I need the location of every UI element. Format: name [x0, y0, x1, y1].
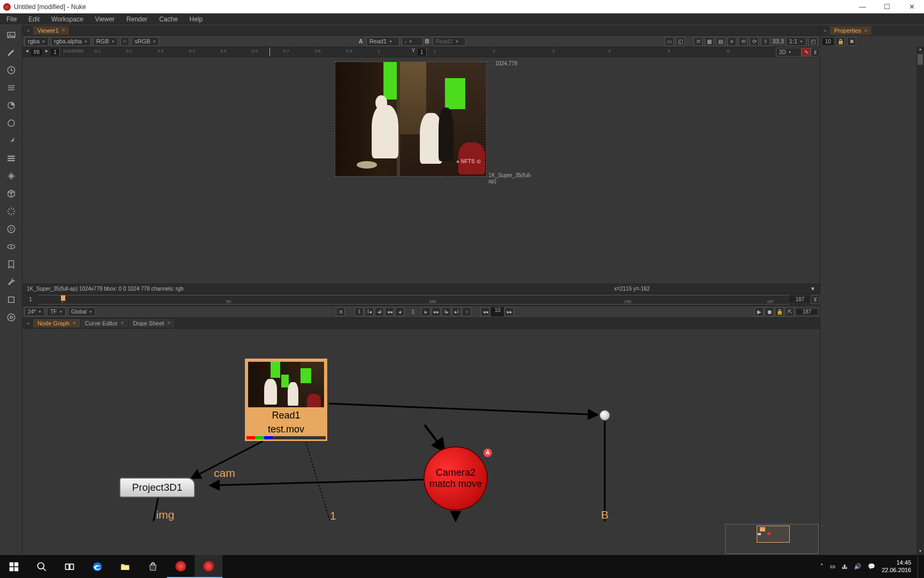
show-desktop-button[interactable] [918, 555, 921, 578]
gamma-slider[interactable]: 1 2 3 4 5 6 [426, 48, 776, 56]
task-view-icon[interactable] [56, 555, 83, 578]
tray-volume-icon[interactable]: 🔊 [854, 563, 861, 570]
input-b-dropdown[interactable]: Read1▼ [433, 37, 466, 46]
lock-icon[interactable]: 🔒 [836, 37, 845, 46]
properties-max-count[interactable]: 10 [822, 38, 834, 45]
tab-curve-editor[interactable]: Curve Editor× [81, 319, 129, 328]
node-dot[interactable] [599, 409, 611, 421]
tool-views-icon[interactable] [6, 241, 17, 252]
close-icon[interactable]: × [167, 320, 171, 326]
chevron-down-icon[interactable]: ▼ [810, 286, 815, 292]
record-icon[interactable]: ✎ [802, 48, 811, 57]
tool-filter-icon[interactable] [6, 118, 17, 128]
colorspace-dropdown[interactable]: RGB▼ [93, 37, 118, 46]
loop-icon[interactable]: ▶ [754, 307, 764, 316]
layer-dropdown[interactable]: rgba▼ [25, 37, 49, 46]
menu-file[interactable]: File [4, 14, 19, 24]
menu-help[interactable]: Help [187, 14, 205, 24]
fstop-value[interactable]: f/8 [31, 49, 42, 56]
fps-dropdown[interactable]: 24*▼ [25, 307, 45, 316]
step-back-icon[interactable]: ◂◂ [385, 307, 394, 316]
menu-render[interactable]: Render [124, 14, 149, 24]
step-back-key-icon[interactable]: ◂I [375, 307, 384, 316]
tool-image-icon[interactable] [6, 29, 17, 40]
current-frame[interactable]: 1 [406, 309, 419, 315]
wipe-dropdown[interactable]: -▼ [402, 37, 423, 46]
close-icon[interactable]: × [62, 27, 65, 33]
tool-merge-icon[interactable] [6, 153, 17, 164]
input-a-dropdown[interactable]: Read1▼ [366, 37, 399, 46]
refresh-icon[interactable]: ⟲ [738, 37, 748, 46]
reload-icon[interactable]: ⟳ [750, 37, 759, 46]
flipbook-icon[interactable]: ⇱ [785, 307, 794, 316]
node-camera2[interactable]: Camera2 match move [424, 446, 488, 511]
nodegraph-minimap[interactable] [725, 524, 819, 554]
overlay-icon[interactable]: ▦ [705, 37, 714, 46]
timeline-menu-icon[interactable]: ⊻ [811, 295, 820, 304]
pin-icon[interactable]: ▫ [24, 27, 33, 34]
proxy-icon[interactable]: ◱ [676, 37, 685, 46]
tool-keyer-icon[interactable] [6, 135, 17, 146]
playback-end[interactable]: 187 [796, 309, 818, 315]
tool-time-icon[interactable] [6, 65, 17, 75]
minimize-button[interactable]: — [850, 0, 875, 13]
close-icon[interactable]: × [864, 28, 867, 34]
tray-clock[interactable]: 14:45 22.06.2016 [882, 559, 911, 573]
gain-value[interactable]: 1 [51, 49, 59, 56]
bbox-icon[interactable]: ◰ [808, 37, 818, 46]
in-point-icon[interactable]: I [355, 307, 364, 316]
properties-scrollbar[interactable]: ▴ ▾ [917, 47, 924, 555]
tab-properties[interactable]: Properties× [830, 26, 872, 35]
tray-notifications-icon[interactable]: 💬 [868, 563, 875, 570]
clip-warn-icon[interactable]: ⧄ [694, 37, 703, 46]
out-point-icon[interactable]: ○ [462, 307, 471, 316]
menu-edit[interactable]: Edit [26, 14, 42, 24]
go-start-icon[interactable]: I◂ [365, 307, 374, 316]
step-fwd-key-icon[interactable]: I▸ [442, 307, 451, 316]
tab-viewer1[interactable]: Viewer1 × [33, 26, 70, 35]
close-icon[interactable]: × [121, 320, 124, 326]
tool-3d-icon[interactable] [6, 188, 17, 199]
clip-icon[interactable]: ▤ [716, 37, 725, 46]
search-icon[interactable] [28, 555, 56, 578]
skip-frames[interactable]: 10 [491, 307, 504, 316]
timeline-end[interactable]: 187 [789, 296, 811, 302]
clear-all-icon[interactable]: ✖ [847, 37, 856, 46]
tool-deep-icon[interactable]: D [6, 224, 17, 234]
zoom-ratio-dropdown[interactable]: 1:1▼ [786, 37, 806, 46]
tool-transform-icon[interactable] [6, 171, 17, 181]
guides-icon[interactable]: ≡ [727, 37, 736, 46]
gamma-value[interactable]: 1 [418, 49, 426, 56]
go-end-icon[interactable]: ▸I [452, 307, 461, 316]
tab-node-graph[interactable]: Node Graph× [33, 319, 81, 328]
timeline-track[interactable]: 1 50 100 150 187 [38, 295, 789, 305]
node-read1[interactable]: Read1 test.mov [245, 359, 327, 441]
node-graph[interactable]: Read1 test.mov Project3D1 Camera2 match … [22, 329, 820, 555]
tray-battery-icon[interactable]: ▭ [830, 563, 835, 570]
tool-all-plugins-icon[interactable] [6, 312, 17, 323]
next-icon[interactable]: ▸ [42, 48, 51, 56]
tool-metadata-icon[interactable] [6, 259, 17, 270]
pin-icon[interactable]: ▫ [820, 27, 830, 34]
close-button[interactable]: ✕ [899, 0, 924, 13]
timeline[interactable]: 1 1 50 100 150 187 187 ⊻ [22, 293, 820, 306]
shuffle-icon[interactable]: ⤨ [336, 307, 345, 316]
play-back-icon[interactable]: ◂ [395, 307, 404, 316]
tool-particles-icon[interactable] [6, 206, 17, 217]
lock-icon[interactable]: 🔒 [775, 307, 784, 316]
taskbar-store[interactable] [139, 555, 167, 578]
node-project3d1[interactable]: Project3D1 [119, 477, 195, 498]
bounce-icon[interactable]: ◼ [765, 307, 774, 316]
menu-cache[interactable]: Cache [157, 14, 180, 24]
close-icon[interactable]: × [73, 320, 76, 326]
lut-dropdown[interactable]: sRGB▼ [132, 37, 159, 46]
tool-toolsets-icon[interactable] [6, 277, 17, 287]
tool-channel-icon[interactable] [6, 82, 17, 93]
pin-icon[interactable]: ▫ [24, 320, 33, 326]
taskbar-nuke-1[interactable] [167, 555, 195, 578]
taskbar-edge[interactable] [83, 555, 111, 578]
prev-icon[interactable]: ◂ [22, 48, 31, 56]
skip-fwd-icon[interactable]: ▸▸ [505, 307, 514, 316]
roi-icon[interactable]: ▭ [665, 37, 674, 46]
wipe-bar-icon[interactable]: ⊻ [811, 48, 820, 57]
